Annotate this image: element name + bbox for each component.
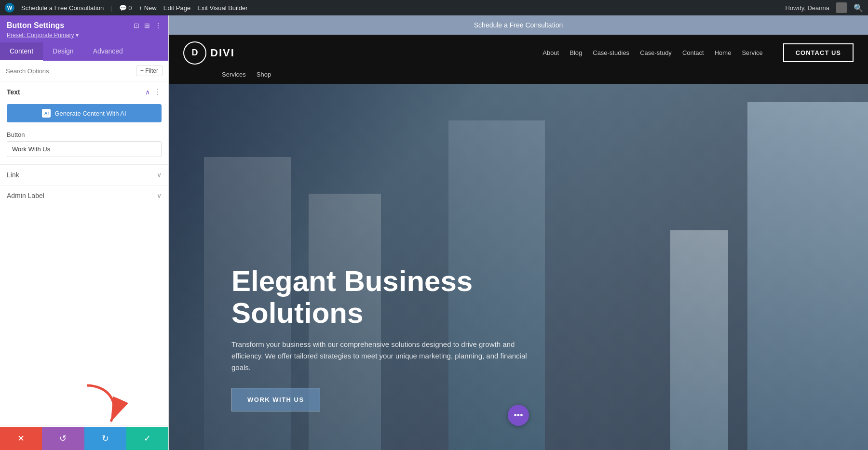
text-section-chevron-icon[interactable]: ∧ (145, 88, 150, 96)
nav-case-studies[interactable]: Case-studies (593, 49, 629, 56)
button-text-input[interactable] (7, 141, 162, 157)
avatar[interactable] (836, 2, 847, 13)
logo-icon: D (183, 41, 206, 65)
text-section-header[interactable]: Text ∧ ⋮ (0, 81, 168, 102)
link-section-chevron-icon[interactable]: ∨ (157, 171, 162, 179)
redo-button[interactable]: ↻ (84, 427, 126, 450)
nav-service[interactable]: Service (742, 49, 762, 56)
button-text-field-group: Button (0, 129, 168, 164)
hero-content: Elegant Business Solutions Transform you… (231, 265, 805, 411)
tab-design[interactable]: Design (43, 42, 83, 61)
nav-blog[interactable]: Blog (570, 49, 582, 56)
nav-shop[interactable]: Shop (257, 71, 271, 78)
logo-letter: D (192, 48, 198, 58)
howdy-label: Howdy, Deanna (785, 4, 829, 12)
settings-content: Text ∧ ⋮ AI Generate Content With AI But… (0, 81, 168, 425)
fab-icon: ••• (514, 410, 523, 421)
hero-title: Elegant Business Solutions (231, 265, 521, 329)
tab-content[interactable]: Content (0, 42, 43, 61)
text-section-menu-icon[interactable]: ⋮ (154, 87, 162, 96)
nav-contact[interactable]: Contact (682, 49, 704, 56)
ai-btn-label: Generate Content With AI (54, 110, 126, 117)
hero-section: Elegant Business Solutions Transform you… (169, 84, 868, 450)
announcement-bar: Schedule a Free Consultation (169, 15, 868, 35)
history-button[interactable]: ↺ (42, 427, 84, 450)
sep: | (110, 4, 112, 12)
edit-page-btn[interactable]: Edit Page (163, 4, 190, 12)
panel-grid-icon[interactable]: ⊞ (144, 22, 150, 29)
admin-label-title: Admin Label (7, 192, 44, 199)
text-section-title: Text (7, 88, 20, 96)
link-section-header[interactable]: Link ∨ (0, 164, 168, 185)
wp-admin-bar: W Schedule a Free Consultation | 💬 0 + N… (0, 0, 868, 15)
comment-count[interactable]: 💬 0 (119, 4, 132, 12)
preset-label[interactable]: Preset: Corporate Primary ▾ (7, 32, 162, 39)
tab-advanced[interactable]: Advanced (83, 42, 133, 61)
logo-text: DIVI (210, 47, 235, 59)
ai-icon: AI (42, 109, 51, 118)
panel-title: Button Settings (7, 21, 64, 30)
exit-vb-btn[interactable]: Exit Visual Builder (197, 4, 248, 12)
nav-links: About Blog Case-studies Case-study Conta… (542, 43, 854, 62)
filter-button[interactable]: + Filter (136, 66, 163, 76)
new-btn[interactable]: + New (139, 4, 157, 12)
button-field-label: Button (7, 131, 162, 138)
website-preview: Schedule a Free Consultation D DIVI Abou… (169, 15, 868, 450)
site-nav: D DIVI About Blog Case-studies Case-stud… (169, 35, 868, 71)
bottom-action-bar: ✕ ↺ ↻ ✓ (0, 427, 168, 450)
button-settings-panel: Button Settings ⊡ ⊞ ⋮ Preset: Corporate … (0, 15, 169, 450)
admin-label-section-header[interactable]: Admin Label ∨ (0, 185, 168, 206)
confirm-button[interactable]: ✓ (126, 427, 168, 450)
site-name[interactable]: Schedule a Free Consultation (21, 4, 104, 12)
search-icon[interactable]: 🔍 (854, 3, 863, 13)
contact-us-button[interactable]: CONTACT US (783, 43, 854, 62)
nav-services[interactable]: Services (222, 71, 246, 78)
panel-more-icon[interactable]: ⋮ (155, 22, 162, 29)
nav-about[interactable]: About (542, 49, 559, 56)
announcement-text: Schedule a Free Consultation (474, 21, 563, 29)
admin-label-chevron-icon[interactable]: ∨ (157, 192, 162, 199)
cancel-button[interactable]: ✕ (0, 427, 42, 450)
nav-case-study[interactable]: Case-study (640, 49, 672, 56)
site-logo[interactable]: D DIVI (183, 41, 235, 65)
hero-subtitle: Transform your business with our compreh… (231, 339, 530, 373)
panel-tabs: Content Design Advanced (0, 42, 168, 61)
panel-maximize-icon[interactable]: ⊡ (134, 22, 139, 29)
wp-logo-icon[interactable]: W (5, 3, 14, 13)
hero-cta-button[interactable]: WORK WITH US (231, 388, 320, 411)
site-nav-secondary: Services Shop (169, 71, 868, 84)
search-input[interactable] (6, 67, 132, 75)
generate-ai-button[interactable]: AI Generate Content With AI (7, 104, 162, 122)
nav-home[interactable]: Home (715, 49, 732, 56)
floating-action-button[interactable]: ••• (508, 405, 529, 426)
panel-header: Button Settings ⊡ ⊞ ⋮ Preset: Corporate … (0, 15, 168, 42)
search-bar: + Filter (0, 61, 168, 81)
link-section-title: Link (7, 171, 19, 179)
